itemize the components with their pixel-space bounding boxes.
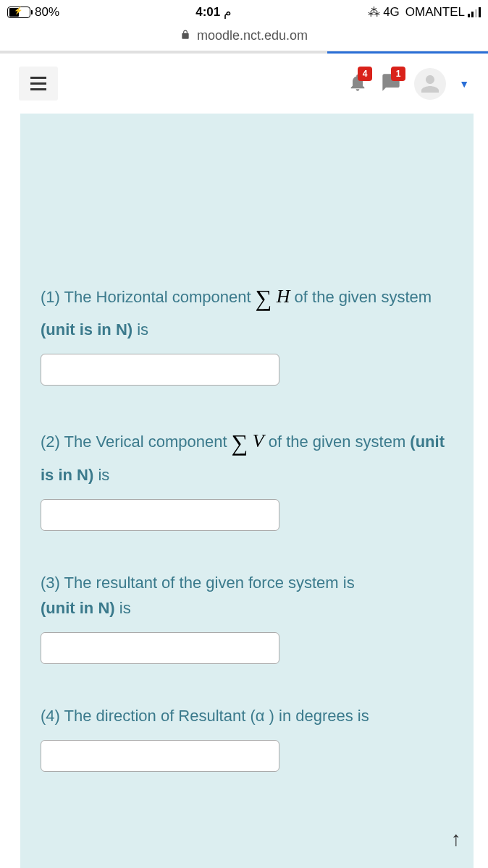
notifications-button[interactable]: 4 <box>348 72 368 95</box>
answer-input-4[interactable] <box>41 740 279 772</box>
notification-badge: 4 <box>358 67 372 81</box>
question-card: (1) The Horizontal component ∑ H of the … <box>20 114 474 868</box>
device-status-bar: ⚡ 80% م 4:01 ⁂ 4G OMANTEL <box>0 0 488 24</box>
chevron-down-icon[interactable]: ▼ <box>459 78 469 90</box>
status-center: م 4:01 <box>59 4 368 20</box>
messages-button[interactable]: 1 <box>381 72 401 95</box>
carrier-label: OMANTEL <box>405 5 465 20</box>
page-load-progress <box>0 51 488 54</box>
arrow-up-icon: ↑ <box>451 827 461 850</box>
network-type-label: 4G <box>383 5 400 20</box>
answer-input-1[interactable] <box>41 354 279 386</box>
user-icon <box>417 71 443 97</box>
question-1-text: (1) The Horizontal component ∑ H of the … <box>41 280 453 342</box>
question-3-text: (3) The resultant of the given force sys… <box>41 570 453 621</box>
question-1: (1) The Horizontal component ∑ H of the … <box>41 280 453 414</box>
browser-url-bar[interactable]: moodle.nct.edu.om <box>0 24 488 51</box>
time-prefix: م <box>224 5 232 19</box>
scroll-to-top-button[interactable]: ↑ <box>440 823 472 855</box>
alarm-icon: ⁂ <box>368 4 380 20</box>
signal-icon <box>468 7 481 17</box>
question-4-text: (4) The direction of Resultant (α ) in d… <box>41 703 453 728</box>
app-header: 4 1 ▼ <box>0 54 488 114</box>
status-right: ⁂ 4G OMANTEL <box>368 4 481 20</box>
question-2: (2) The Verical component ∑ V of the giv… <box>41 425 453 559</box>
message-badge: 1 <box>391 67 405 81</box>
question-3: (3) The resultant of the given force sys… <box>41 570 453 693</box>
status-left: ⚡ 80% <box>7 5 59 20</box>
content-area: (1) The Horizontal component ∑ H of the … <box>0 114 488 868</box>
answer-input-2[interactable] <box>41 499 279 531</box>
menu-button[interactable] <box>19 67 58 101</box>
lock-icon <box>180 28 190 43</box>
time-label: 4:01 <box>195 5 220 19</box>
question-4: (4) The direction of Resultant (α ) in d… <box>41 703 453 801</box>
header-right: 4 1 ▼ <box>348 68 469 100</box>
avatar[interactable] <box>414 68 446 100</box>
battery-icon: ⚡ <box>7 7 30 18</box>
answer-input-3[interactable] <box>41 632 279 664</box>
battery-percent-label: 80% <box>35 5 59 20</box>
url-text: moodle.nct.edu.om <box>197 28 308 43</box>
hamburger-icon <box>30 77 46 90</box>
question-2-text: (2) The Verical component ∑ V of the giv… <box>41 425 453 487</box>
